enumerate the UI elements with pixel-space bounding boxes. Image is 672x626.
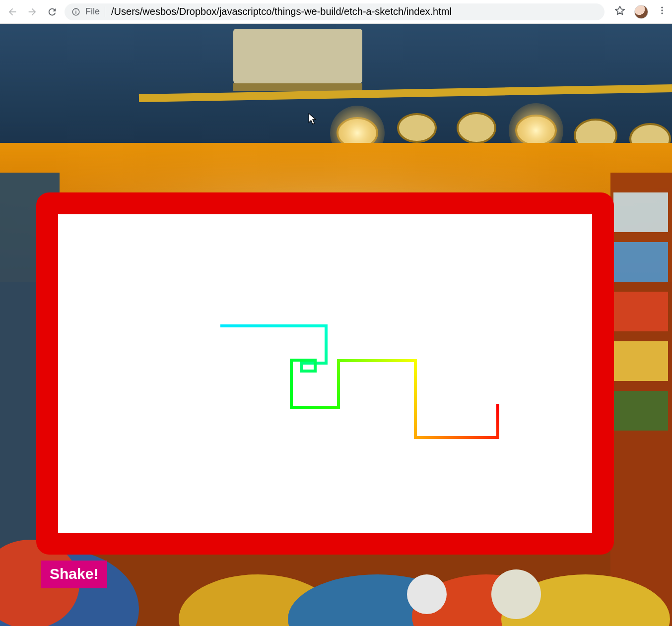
profile-avatar[interactable] — [634, 5, 648, 19]
svg-rect-23 — [613, 192, 668, 232]
reload-button[interactable] — [47, 6, 58, 17]
browser-toolbar: File /Users/wesbos/Dropbox/javascriptco/… — [0, 0, 672, 24]
address-bar[interactable]: File /Users/wesbos/Dropbox/javascriptco/… — [65, 3, 605, 20]
file-scheme-label: File — [85, 6, 105, 17]
shake-button[interactable]: Shake! — [41, 561, 107, 588]
arrow-left-icon — [7, 6, 18, 17]
forward-button[interactable] — [27, 6, 38, 17]
etch-a-sketch-frame — [36, 192, 614, 555]
svg-point-12 — [458, 113, 495, 143]
svg-point-35 — [491, 569, 541, 619]
svg-rect-25 — [613, 292, 668, 331]
bookmark-button[interactable] — [614, 5, 625, 18]
etch-a-sketch-canvas[interactable] — [58, 214, 592, 533]
menu-button[interactable] — [657, 5, 667, 18]
svg-point-11 — [398, 114, 436, 142]
svg-rect-26 — [613, 341, 668, 381]
svg-rect-2 — [75, 9, 76, 10]
toolbar-right — [614, 5, 667, 19]
star-icon — [614, 5, 625, 16]
svg-rect-27 — [613, 391, 668, 431]
reload-icon — [47, 6, 58, 17]
svg-rect-1 — [75, 11, 76, 13]
info-icon — [71, 7, 80, 16]
svg-point-34 — [407, 574, 447, 614]
svg-point-4 — [661, 9, 663, 11]
svg-rect-7 — [233, 29, 362, 83]
svg-rect-24 — [613, 242, 668, 282]
page-viewport: Shake! — [0, 24, 672, 626]
kebab-icon — [657, 5, 667, 15]
svg-point-5 — [661, 12, 663, 14]
drawing-path — [58, 214, 592, 533]
arrow-right-icon — [27, 6, 38, 17]
svg-rect-8 — [233, 83, 362, 91]
back-button[interactable] — [7, 6, 18, 17]
nav-buttons — [5, 6, 58, 17]
svg-point-3 — [661, 7, 663, 8]
url-path: /Users/wesbos/Dropbox/javascriptco/thing… — [111, 6, 452, 17]
